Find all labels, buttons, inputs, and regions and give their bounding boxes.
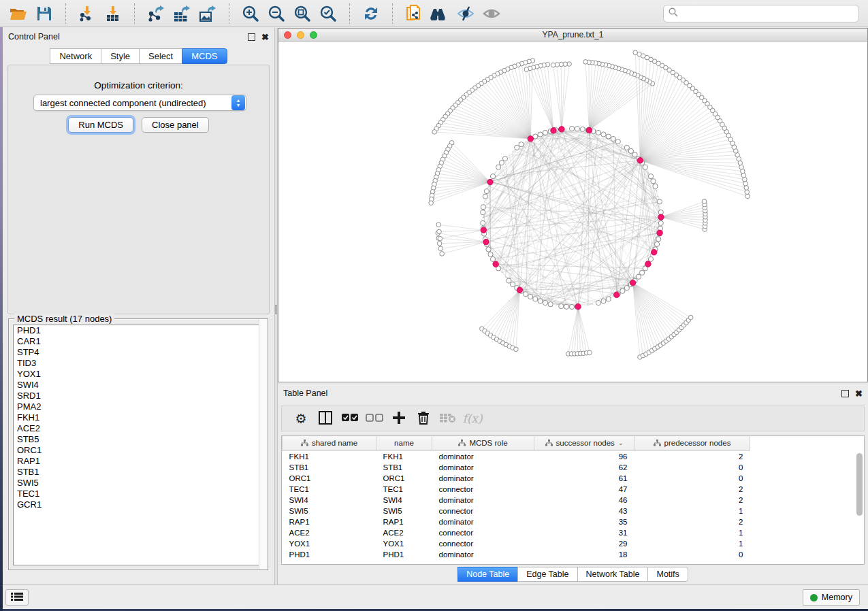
fx-icon: f(x): [462, 412, 482, 425]
function-builder-button[interactable]: f(x): [460, 408, 485, 429]
criterion-select[interactable]: largest connected component (undirected)…: [33, 95, 246, 111]
binoculars-icon: [430, 7, 449, 20]
network-window-titlebar[interactable]: YPA_prune.txt_1: [278, 29, 867, 42]
hide-panel-button[interactable]: [453, 2, 479, 25]
save-session-button[interactable]: [31, 2, 57, 25]
network-window: YPA_prune.txt_1: [278, 28, 868, 382]
unchecked-boxes-icon: [366, 414, 383, 424]
import-table-button[interactable]: [100, 2, 126, 25]
search-input[interactable]: [678, 9, 858, 18]
select-all-columns-button[interactable]: [338, 408, 362, 429]
mcds-result-item[interactable]: RAP1: [14, 456, 263, 467]
memory-button[interactable]: Memory: [803, 589, 860, 606]
export-image-button[interactable]: [195, 2, 221, 25]
mcds-result-item[interactable]: SWI4: [14, 380, 263, 391]
plus-icon: [392, 411, 406, 427]
network-view[interactable]: [278, 42, 867, 382]
mcds-result-item[interactable]: SRD1: [14, 391, 263, 401]
mcds-result-item[interactable]: YOX1: [14, 369, 263, 380]
table-row[interactable]: PHD1PHD1dominator 180: [283, 549, 857, 560]
table-row[interactable]: FKH1FKH1dominator 962: [283, 451, 857, 462]
close-panel-icon[interactable]: ✖: [261, 33, 269, 42]
table-row[interactable]: ORC1ORC1dominator 610: [283, 473, 857, 484]
table-row[interactable]: SWI5SWI5connector 431: [283, 506, 857, 516]
close-table-panel-icon[interactable]: ✖: [855, 389, 863, 398]
mcds-result-item[interactable]: FKH1: [14, 412, 263, 423]
result-list-scrollbar[interactable]: [259, 319, 268, 569]
search-network-button[interactable]: [427, 2, 453, 25]
zoom-fit-button[interactable]: [289, 2, 315, 25]
float-table-panel-icon[interactable]: [841, 390, 849, 397]
mcds-result-item[interactable]: SWI5: [14, 478, 263, 489]
mcds-result-item[interactable]: GCR1: [14, 499, 263, 510]
column-header[interactable]: successor nodes ⌄: [534, 436, 634, 450]
splitter-grip[interactable]: [275, 305, 277, 314]
node-table[interactable]: shared name ⌄ name ⌄: [281, 435, 865, 565]
control-panel-tab[interactable]: MCDS: [182, 48, 227, 64]
show-panel-button[interactable]: [479, 2, 504, 25]
clone-network-icon: [406, 5, 422, 22]
column-header[interactable]: shared name ⌄: [283, 436, 376, 450]
delete-table-button[interactable]: [436, 408, 460, 429]
zoom-selected-button[interactable]: [315, 2, 341, 25]
table-row[interactable]: STB1STB1dominator 620: [283, 462, 857, 473]
run-mcds-button[interactable]: Run MCDS: [68, 117, 133, 133]
mcds-result-item[interactable]: PMA2: [14, 401, 263, 412]
close-window-icon[interactable]: [284, 31, 291, 39]
mcds-result-item[interactable]: ACE2: [14, 423, 263, 434]
mcds-result-item[interactable]: CAR1: [14, 336, 263, 347]
refresh-icon: [363, 5, 379, 22]
desktop-wallpaper-edge: [0, 27, 3, 611]
export-table-button[interactable]: [169, 2, 195, 25]
refresh-layout-button[interactable]: [358, 2, 384, 25]
maximize-window-icon[interactable]: [310, 31, 317, 39]
mcds-result-item[interactable]: STB5: [14, 434, 263, 445]
control-panel-tab[interactable]: Network: [50, 48, 101, 64]
table-settings-button[interactable]: ⚙: [289, 408, 313, 429]
toolbar-separator: [229, 3, 229, 24]
hierarchy-icon: [458, 440, 466, 446]
delete-table-icon: [440, 412, 456, 425]
clone-network-button[interactable]: [401, 2, 427, 25]
mcds-result-item[interactable]: TEC1: [14, 489, 263, 499]
table-tab[interactable]: Network Table: [577, 567, 648, 582]
add-column-button[interactable]: [387, 408, 411, 429]
trash-icon: [417, 411, 430, 427]
minimize-window-icon[interactable]: [297, 31, 304, 39]
mcds-result-list[interactable]: PHD1CAR1STP4TID3YOX1SWI4SRD1PMA2FKH1ACE2…: [13, 325, 263, 565]
open-file-button[interactable]: [5, 2, 31, 25]
mcds-result-item[interactable]: ORC1: [14, 445, 263, 456]
table-row[interactable]: YOX1YOX1connector 291: [283, 538, 857, 549]
zoom-out-button[interactable]: [263, 2, 289, 25]
table-row[interactable]: SWI4SWI4dominator 462: [283, 495, 857, 506]
close-panel-button[interactable]: Close panel: [142, 117, 209, 133]
global-search[interactable]: [663, 5, 859, 22]
show-columns-button[interactable]: [313, 408, 338, 429]
table-row[interactable]: TEC1TEC1connector 472: [283, 484, 857, 495]
export-network-button[interactable]: [143, 2, 169, 25]
table-tab[interactable]: Edge Table: [517, 567, 577, 582]
column-header[interactable]: MCDS role ⌄: [432, 436, 534, 450]
mcds-result-item[interactable]: STP4: [14, 347, 263, 358]
import-network-button[interactable]: [74, 2, 100, 25]
column-header[interactable]: name ⌄: [376, 436, 432, 450]
list-icon: [11, 592, 23, 604]
table-scrollbar[interactable]: [856, 452, 863, 561]
unselect-all-columns-button[interactable]: [362, 408, 387, 429]
delete-column-button[interactable]: [411, 408, 436, 429]
table-row[interactable]: ACE2ACE2connector 311: [283, 527, 857, 538]
control-panel-tab[interactable]: Select: [139, 48, 182, 64]
column-header[interactable]: predecessor nodes ⌄: [634, 436, 750, 450]
float-panel-icon[interactable]: [248, 33, 255, 41]
table-scrollbar-thumb[interactable]: [856, 453, 863, 516]
mcds-result-item[interactable]: STB1: [14, 467, 263, 478]
mcds-result-item[interactable]: PHD1: [14, 325, 263, 336]
zoom-in-button[interactable]: [238, 2, 263, 25]
table-row[interactable]: RAP1RAP1dominator 352: [283, 516, 857, 527]
control-panel-tab[interactable]: Style: [101, 48, 139, 64]
mcds-result-item[interactable]: TID3: [14, 358, 263, 369]
task-history-button[interactable]: [5, 589, 29, 606]
table-tab[interactable]: Motifs: [647, 567, 688, 582]
table-tab[interactable]: Node Table: [457, 567, 517, 582]
network-window-title: YPA_prune.txt_1: [543, 30, 604, 39]
